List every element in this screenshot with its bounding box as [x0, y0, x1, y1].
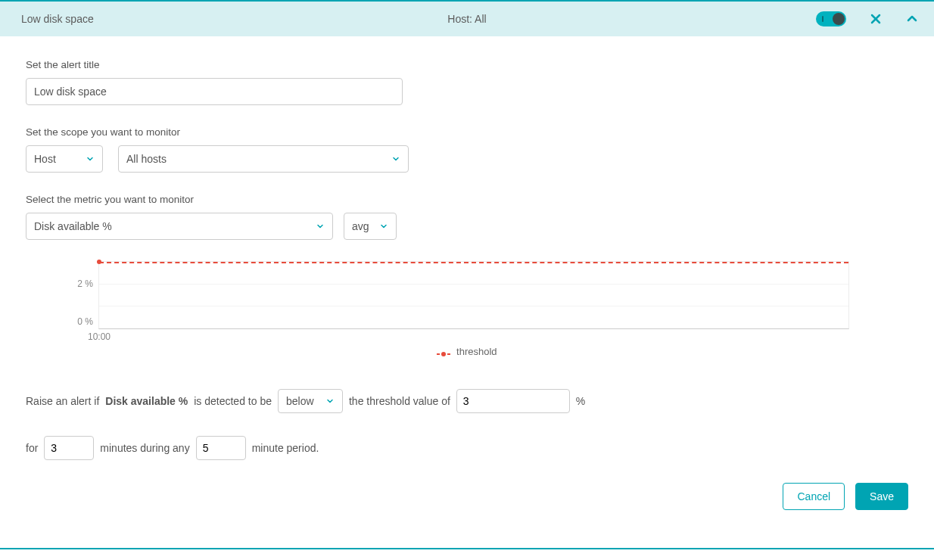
period-minutes-input[interactable] — [196, 436, 246, 460]
threshold-sentence: Raise an alert if Disk available % is de… — [26, 389, 908, 413]
unit-label: % — [576, 395, 585, 407]
threshold-point — [97, 260, 101, 264]
cancel-button[interactable]: Cancel — [783, 483, 845, 510]
comparator-value: below — [286, 395, 314, 407]
legend-label: threshold — [456, 346, 497, 357]
text: the threshold value of — [349, 395, 450, 407]
button-label: Save — [870, 490, 894, 502]
enable-toggle[interactable] — [816, 11, 846, 26]
close-icon[interactable] — [869, 12, 883, 26]
chevron-down-icon — [86, 154, 95, 163]
scope-type-value: Host — [34, 153, 56, 165]
save-button[interactable]: Save — [855, 483, 908, 510]
duration-sentence: for minutes during any minute period. — [26, 436, 908, 460]
metric-value-text: Disk available % — [34, 220, 112, 232]
y-tick: 0 % — [77, 316, 93, 327]
x-tick: 10:00 — [88, 331, 111, 342]
collapse-icon[interactable] — [905, 12, 919, 26]
chevron-down-icon — [379, 222, 388, 231]
metric-name-bold: Disk available % — [105, 395, 188, 407]
threshold-line — [99, 262, 848, 263]
y-tick: 2 % — [77, 278, 93, 289]
metric-select[interactable]: Disk available % — [26, 213, 333, 240]
panel-header: Low disk space Host: All — [0, 2, 934, 36]
panel-title: Low disk space — [21, 13, 94, 25]
text: minutes during any — [100, 442, 189, 454]
scope-field-label: Set the scope you want to monitor — [26, 126, 908, 138]
metric-field-label: Select the metric you want to monitor — [26, 194, 908, 205]
text: is detected to be — [194, 395, 272, 407]
text: for — [26, 442, 38, 454]
chevron-down-icon — [316, 222, 325, 231]
threshold-input[interactable] — [456, 389, 570, 413]
host-summary: Host: All — [447, 13, 486, 25]
chart-legend: threshold — [26, 346, 908, 357]
title-field-label: Set the alert title — [26, 59, 908, 70]
button-label: Cancel — [797, 490, 830, 502]
text: Raise an alert if — [26, 395, 99, 407]
chevron-down-icon — [325, 397, 335, 406]
scope-value-text: All hosts — [126, 153, 167, 165]
aggregation-value: avg — [352, 220, 369, 232]
for-minutes-input[interactable] — [44, 436, 94, 460]
text: minute period. — [252, 442, 319, 454]
comparator-select[interactable]: below — [278, 389, 343, 413]
alert-title-input[interactable] — [26, 78, 403, 105]
scope-type-select[interactable]: Host — [26, 145, 103, 173]
chevron-down-icon — [391, 154, 400, 163]
scope-value-select[interactable]: All hosts — [118, 145, 409, 173]
aggregation-select[interactable]: avg — [344, 213, 397, 240]
metric-chart: 2 % 0 % 10:00 threshold — [26, 261, 908, 357]
